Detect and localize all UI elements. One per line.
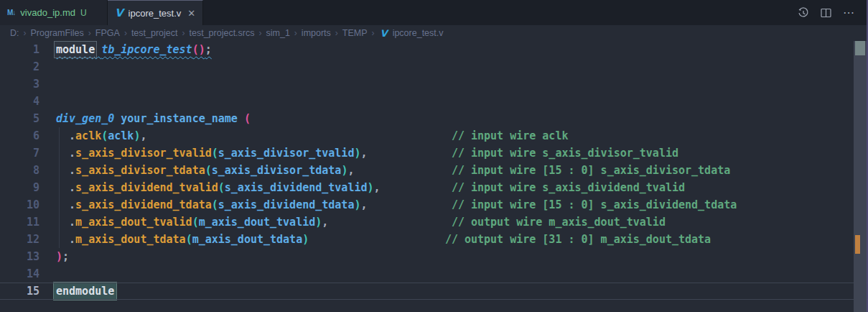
chevron-right-icon: › — [294, 28, 297, 38]
code-token: ; — [205, 43, 212, 56]
code-token: , — [322, 216, 328, 229]
code-area[interactable]: module tb_ipcore_test();div_gen_0 your_i… — [47, 41, 854, 300]
line-number[interactable]: 4 — [0, 93, 47, 110]
untracked-badge: U — [80, 8, 87, 18]
code-token — [381, 181, 452, 194]
tab-vivado-ip[interactable]: M↓ vivado_ip.md U — [0, 0, 108, 25]
line-number[interactable]: 8 — [0, 162, 47, 179]
code-token: s_axis_dividend_tdata — [218, 198, 355, 211]
history-icon[interactable] — [798, 7, 809, 19]
code-token: endmodule — [54, 283, 116, 300]
scrollbar[interactable] — [854, 41, 867, 312]
code-token — [368, 147, 452, 160]
line-number[interactable]: 15 — [0, 283, 47, 300]
chevron-right-icon: › — [259, 28, 262, 38]
editor: 123456789101112131415 module tb_ipcore_t… — [0, 41, 868, 312]
breadcrumb-item[interactable]: imports — [302, 28, 331, 38]
code-token: ( — [218, 181, 225, 194]
code-token — [328, 216, 452, 229]
code-line[interactable]: div_gen_0 your_instance_name ( — [56, 110, 854, 127]
code-token: , — [360, 147, 367, 160]
tab-title: ipcore_test.v — [129, 8, 182, 19]
code-token: tb_ipcore_test — [101, 43, 192, 56]
code-line[interactable]: .s_axis_dividend_tdata(s_axis_dividend_t… — [56, 196, 854, 214]
code-token: your_instance_name — [121, 112, 238, 125]
chevron-right-icon: › — [182, 28, 185, 38]
editor-actions: ⋯ — [798, 0, 868, 25]
code-token: , — [374, 181, 381, 194]
breadcrumb-item[interactable]: ProgramFiles — [31, 28, 84, 38]
chevron-right-icon: › — [24, 28, 27, 38]
vivado-icon: V — [115, 6, 123, 19]
code-token — [95, 43, 101, 56]
code-token — [238, 112, 244, 125]
breadcrumb-item[interactable]: sim_1 — [266, 28, 290, 38]
code-token: ( — [192, 216, 199, 229]
code-token: s_axis_dividend_tvalid — [225, 181, 368, 194]
code-token: s_axis_dividend_tdata — [75, 198, 212, 211]
code-token: () — [192, 43, 205, 56]
chevron-right-icon: › — [88, 28, 91, 38]
breadcrumb-file[interactable]: ipcore_test.v — [393, 28, 444, 38]
line-number[interactable]: 6 — [0, 127, 47, 144]
code-token: s_axis_divisor_tvalid — [218, 147, 355, 160]
chevron-right-icon: › — [124, 28, 127, 38]
code-line[interactable] — [56, 58, 854, 75]
code-token: s_axis_divisor_tdata — [212, 164, 342, 177]
code-token: ) — [368, 181, 374, 194]
code-token: s_axis_dividend_tvalid — [75, 181, 218, 194]
line-number[interactable]: 10 — [0, 196, 47, 214]
gutter: 123456789101112131415 — [0, 41, 47, 300]
line-number[interactable]: 7 — [0, 144, 47, 162]
close-icon[interactable]: ✕ — [187, 8, 195, 19]
breadcrumb-item[interactable]: TEMP — [342, 28, 368, 38]
breadcrumb-item[interactable]: test_project.srcs — [190, 28, 255, 38]
breadcrumb-item-drive[interactable]: D: — [10, 28, 19, 38]
line-number[interactable]: 11 — [0, 214, 47, 231]
tab-ipcore-test[interactable]: V ipcore_test.v ✕ — [108, 0, 203, 25]
code-token: ) — [302, 233, 309, 246]
line-number[interactable]: 3 — [0, 75, 47, 93]
breadcrumb-item[interactable]: test_project — [131, 28, 178, 38]
code-line[interactable]: endmodule — [56, 283, 854, 300]
code-token: module — [55, 42, 96, 58]
code-token: ) — [56, 250, 62, 263]
line-number[interactable]: 14 — [0, 265, 47, 283]
code-line[interactable]: .m_axis_dout_tvalid(m_axis_dout_tvalid),… — [56, 214, 854, 231]
chevron-right-icon: › — [335, 28, 338, 38]
split-editor-icon[interactable] — [821, 8, 831, 18]
line-number[interactable]: 1 — [0, 41, 47, 58]
more-actions-icon[interactable]: ⋯ — [843, 6, 855, 19]
code-line[interactable]: .m_axis_dout_tdata(m_axis_dout_tdata) //… — [56, 231, 854, 248]
breadcrumb-item[interactable]: FPGA — [95, 28, 120, 38]
code-token: s_axis_divisor_tdata — [75, 164, 205, 177]
code-line[interactable]: module tb_ipcore_test(); — [56, 41, 854, 58]
tab-title: vivado_ip.md — [20, 7, 75, 18]
code-token: // input wire s_axis_divisor_tvalid — [452, 147, 678, 160]
code-token: // input wire aclk — [452, 129, 569, 142]
code-token: m_axis_dout_tvalid — [199, 216, 316, 229]
code-token: // input wire s_axis_dividend_tvalid — [452, 181, 685, 194]
line-number[interactable]: 9 — [0, 179, 47, 196]
code-token: div_gen_0 — [56, 112, 114, 125]
code-line[interactable] — [56, 265, 854, 283]
code-token — [146, 129, 451, 142]
code-token: ( — [101, 129, 108, 142]
line-number[interactable]: 13 — [0, 248, 47, 265]
code-line[interactable]: .s_axis_divisor_tdata(s_axis_divisor_tda… — [56, 162, 854, 179]
indent-guide — [59, 127, 60, 248]
code-line[interactable] — [56, 93, 854, 110]
vivado-icon: V — [381, 28, 388, 39]
code-token: ( — [212, 147, 218, 160]
code-token: ( — [212, 198, 218, 211]
code-line[interactable]: .s_axis_divisor_tvalid(s_axis_divisor_tv… — [56, 144, 854, 162]
code-line[interactable]: .s_axis_dividend_tvalid(s_axis_dividend_… — [56, 179, 854, 196]
line-number[interactable]: 12 — [0, 231, 47, 248]
scrollbar-marker-warning — [855, 235, 860, 254]
code-line[interactable] — [56, 75, 854, 93]
code-token: ; — [62, 250, 69, 263]
line-number[interactable]: 2 — [0, 58, 47, 75]
line-number[interactable]: 5 — [0, 110, 47, 127]
code-line[interactable]: ); — [56, 248, 854, 265]
code-line[interactable]: .aclk(aclk), // input wire aclk — [56, 127, 854, 144]
